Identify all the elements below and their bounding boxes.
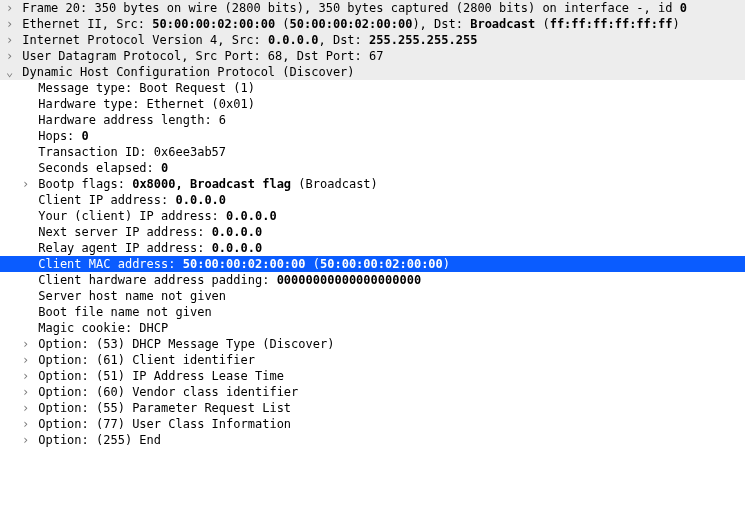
spacer — [20, 288, 31, 304]
protocol-layer-row[interactable]: › User Datagram Protocol, Src Port: 68, … — [0, 48, 745, 64]
chevron-right-icon[interactable]: › — [4, 16, 15, 32]
field-text: Next server IP address: 0.0.0.0 — [31, 225, 262, 239]
field-text: Magic cookie: DHCP — [31, 321, 168, 335]
field-text: Hardware address length: 6 — [31, 113, 226, 127]
protocol-layer-text: Ethernet II, Src: 50:00:00:02:00:00 (50:… — [15, 17, 680, 31]
field-row[interactable]: Boot file name not given — [0, 304, 745, 320]
chevron-right-icon[interactable]: › — [20, 352, 31, 368]
spacer — [20, 80, 31, 96]
field-text: Seconds elapsed: 0 — [31, 161, 168, 175]
chevron-down-icon[interactable]: ⌄ — [4, 64, 15, 80]
field-row[interactable]: › Option: (77) User Class Information — [0, 416, 745, 432]
spacer — [20, 304, 31, 320]
spacer — [20, 128, 31, 144]
field-row[interactable]: Magic cookie: DHCP — [0, 320, 745, 336]
field-row[interactable]: Your (client) IP address: 0.0.0.0 — [0, 208, 745, 224]
spacer — [20, 208, 31, 224]
selected-field-row[interactable]: Client MAC address: 50:00:00:02:00:00 (5… — [0, 256, 745, 272]
field-text: Client hardware address padding: 0000000… — [31, 273, 421, 287]
field-row[interactable]: › Option: (61) Client identifier — [0, 352, 745, 368]
packet-details-pane[interactable]: › Frame 20: 350 bytes on wire (2800 bits… — [0, 0, 745, 448]
field-row[interactable]: Client IP address: 0.0.0.0 — [0, 192, 745, 208]
chevron-right-icon[interactable]: › — [20, 336, 31, 352]
spacer — [20, 160, 31, 176]
field-text: Option: (77) User Class Information — [31, 417, 291, 431]
chevron-right-icon[interactable]: › — [20, 416, 31, 432]
spacer — [20, 272, 31, 288]
field-row[interactable]: Seconds elapsed: 0 — [0, 160, 745, 176]
spacer — [20, 224, 31, 240]
spacer — [20, 144, 31, 160]
spacer — [20, 96, 31, 112]
chevron-right-icon[interactable]: › — [4, 32, 15, 48]
protocol-layer-text: Dynamic Host Configuration Protocol (Dis… — [15, 65, 355, 79]
spacer — [20, 256, 31, 272]
field-text: Client MAC address: 50:00:00:02:00:00 (5… — [31, 257, 450, 271]
field-row[interactable]: › Option: (55) Parameter Request List — [0, 400, 745, 416]
field-row[interactable]: › Option: (60) Vendor class identifier — [0, 384, 745, 400]
field-row[interactable]: Relay agent IP address: 0.0.0.0 — [0, 240, 745, 256]
protocol-layer-text: Internet Protocol Version 4, Src: 0.0.0.… — [15, 33, 477, 47]
protocol-layer-row[interactable]: › Frame 20: 350 bytes on wire (2800 bits… — [0, 0, 745, 16]
spacer — [20, 112, 31, 128]
chevron-right-icon[interactable]: › — [4, 0, 15, 16]
field-row[interactable]: › Option: (255) End — [0, 432, 745, 448]
field-row[interactable]: › Bootp flags: 0x8000, Broadcast flag (B… — [0, 176, 745, 192]
field-text: Hops: 0 — [31, 129, 89, 143]
field-row[interactable]: Hardware type: Ethernet (0x01) — [0, 96, 745, 112]
field-text: Server host name not given — [31, 289, 226, 303]
field-text: Option: (60) Vendor class identifier — [31, 385, 298, 399]
field-row[interactable]: Server host name not given — [0, 288, 745, 304]
protocol-layer-text: User Datagram Protocol, Src Port: 68, Ds… — [15, 49, 383, 63]
protocol-layer-text: Frame 20: 350 bytes on wire (2800 bits),… — [15, 1, 687, 15]
field-text: Option: (255) End — [31, 433, 161, 447]
field-text: Bootp flags: 0x8000, Broadcast flag (Bro… — [31, 177, 378, 191]
spacer — [20, 192, 31, 208]
chevron-right-icon[interactable]: › — [4, 48, 15, 64]
field-text: Your (client) IP address: 0.0.0.0 — [31, 209, 277, 223]
field-text: Option: (55) Parameter Request List — [31, 401, 291, 415]
field-text: Transaction ID: 0x6ee3ab57 — [31, 145, 226, 159]
field-row[interactable]: › Option: (53) DHCP Message Type (Discov… — [0, 336, 745, 352]
field-row[interactable]: Message type: Boot Request (1) — [0, 80, 745, 96]
field-text: Hardware type: Ethernet (0x01) — [31, 97, 255, 111]
chevron-right-icon[interactable]: › — [20, 432, 31, 448]
field-row[interactable]: Next server IP address: 0.0.0.0 — [0, 224, 745, 240]
field-text: Message type: Boot Request (1) — [31, 81, 255, 95]
field-row[interactable]: Client hardware address padding: 0000000… — [0, 272, 745, 288]
field-text: Option: (51) IP Address Lease Time — [31, 369, 284, 383]
field-text: Client IP address: 0.0.0.0 — [31, 193, 226, 207]
field-row[interactable]: Transaction ID: 0x6ee3ab57 — [0, 144, 745, 160]
field-text: Option: (61) Client identifier — [31, 353, 255, 367]
protocol-layer-row[interactable]: › Internet Protocol Version 4, Src: 0.0.… — [0, 32, 745, 48]
chevron-right-icon[interactable]: › — [20, 176, 31, 192]
chevron-right-icon[interactable]: › — [20, 400, 31, 416]
field-row[interactable]: Hardware address length: 6 — [0, 112, 745, 128]
chevron-right-icon[interactable]: › — [20, 384, 31, 400]
field-row[interactable]: Hops: 0 — [0, 128, 745, 144]
protocol-layer-row[interactable]: › Ethernet II, Src: 50:00:00:02:00:00 (5… — [0, 16, 745, 32]
field-row[interactable]: › Option: (51) IP Address Lease Time — [0, 368, 745, 384]
chevron-right-icon[interactable]: › — [20, 368, 31, 384]
field-text: Boot file name not given — [31, 305, 212, 319]
spacer — [20, 240, 31, 256]
field-text: Option: (53) DHCP Message Type (Discover… — [31, 337, 334, 351]
field-text: Relay agent IP address: 0.0.0.0 — [31, 241, 262, 255]
spacer — [20, 320, 31, 336]
protocol-layer-row[interactable]: ⌄ Dynamic Host Configuration Protocol (D… — [0, 64, 745, 80]
